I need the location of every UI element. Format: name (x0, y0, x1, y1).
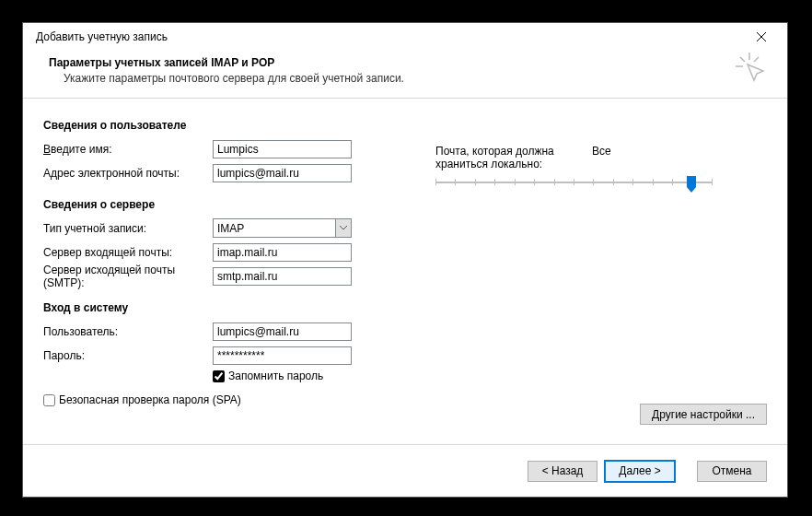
account-type-label: Тип учетной записи: (43, 222, 213, 235)
header-title: Параметры учетных записей IMAP и POP (49, 56, 761, 69)
header-subtitle: Укажите параметры почтового сервера для … (49, 72, 761, 85)
remember-password-checkbox[interactable] (213, 370, 225, 382)
remember-password-row: Запомнить пароль (43, 369, 412, 382)
chevron-down-icon (335, 219, 351, 237)
more-settings-button[interactable]: Другие настройки ... (640, 404, 767, 425)
close-button[interactable] (743, 24, 780, 50)
window-title: Добавить учетную запись (36, 30, 743, 43)
body: Сведения о пользователе Введите имя: Адр… (23, 99, 787, 416)
slider-thumb[interactable] (687, 176, 696, 193)
outgoing-server-label: Сервер исходящей почты (SMTP): (43, 264, 213, 289)
name-label: Введите имя: (43, 143, 213, 156)
incoming-server-label: Сервер входящей почты: (43, 246, 213, 259)
back-button[interactable]: < Назад (528, 461, 597, 482)
email-label: Адрес электронной почты: (43, 167, 213, 180)
outgoing-server-input[interactable] (213, 267, 352, 286)
spa-checkbox[interactable] (43, 394, 55, 406)
spa-label[interactable]: Безопасная проверка пароля (SPA) (59, 393, 241, 406)
name-input[interactable] (213, 140, 352, 158)
slider-label: Почта, которая должна храниться локально… (435, 145, 583, 170)
titlebar: Добавить учетную запись (23, 23, 787, 51)
more-settings-wrap: Другие настройки ... (640, 404, 767, 425)
cursor-click-icon (734, 51, 769, 88)
next-button[interactable]: Далее > (605, 461, 675, 482)
svg-line-4 (740, 57, 745, 62)
username-label: Пользователь: (43, 325, 213, 338)
svg-marker-6 (687, 176, 696, 193)
svg-line-5 (754, 57, 759, 62)
add-account-dialog: Добавить учетную запись Параметры учетны… (22, 22, 788, 498)
spa-row: Безопасная проверка пароля (SPA) (43, 393, 412, 406)
cancel-button[interactable]: Отмена (697, 461, 767, 482)
slider-label-row: Почта, которая должна храниться локально… (435, 145, 767, 170)
left-column: Сведения о пользователе Введите имя: Адр… (43, 119, 412, 406)
remember-password-label[interactable]: Запомнить пароль (228, 369, 323, 382)
close-icon (757, 32, 766, 41)
user-section-title: Сведения о пользователе (43, 119, 412, 132)
incoming-server-input[interactable] (213, 243, 352, 262)
server-section-title: Сведения о сервере (43, 198, 412, 211)
header: Параметры учетных записей IMAP и POP Ука… (23, 51, 787, 99)
login-section-title: Вход в систему (43, 301, 412, 314)
email-input[interactable] (213, 164, 352, 182)
right-column: Почта, которая должна храниться локально… (412, 119, 767, 406)
username-input[interactable] (213, 322, 352, 341)
password-input[interactable] (213, 346, 352, 365)
account-type-select[interactable]: IMAP (213, 218, 352, 238)
mail-local-slider[interactable] (435, 178, 712, 200)
footer: < Назад Далее > Отмена (23, 445, 787, 497)
password-label: Пароль: (43, 349, 213, 362)
account-type-value: IMAP (214, 222, 335, 235)
slider-value: Все (592, 145, 611, 170)
